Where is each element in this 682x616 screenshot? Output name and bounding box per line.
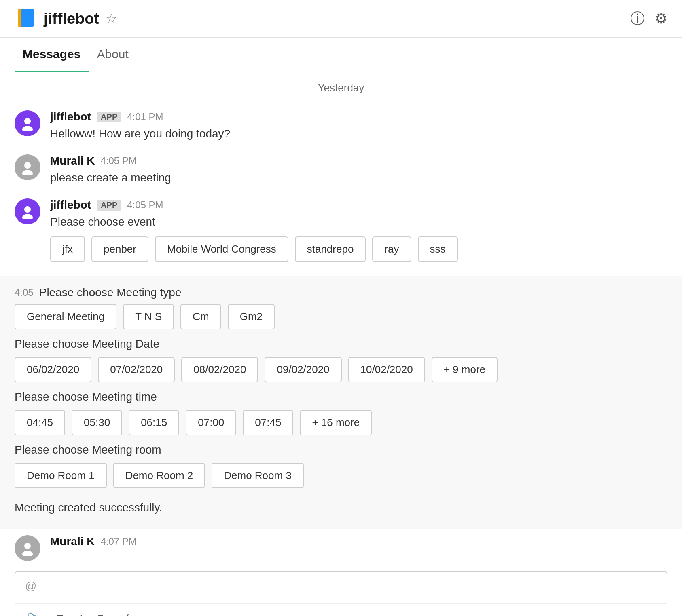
meeting-date-label: Please choose Meeting Date	[15, 338, 667, 350]
message-row: Murali K 4:05 PM please create a meeting	[0, 148, 682, 192]
event-btn-ray[interactable]: ray	[372, 236, 411, 262]
date-btn-2[interactable]: 07/02/2020	[98, 357, 175, 382]
avatar	[15, 110, 40, 136]
time-btn-1[interactable]: 04:45	[15, 410, 65, 435]
user-avatar-icon	[20, 160, 35, 175]
type-btn-gm2[interactable]: Gm2	[228, 304, 275, 329]
star-icon[interactable]: ☆	[106, 11, 117, 26]
editor-input[interactable]: @	[15, 572, 667, 604]
bot-avatar-icon	[20, 116, 35, 131]
message-content: jifflebot APP 4:05 PM Please choose even…	[50, 198, 667, 270]
svg-point-6	[22, 170, 33, 175]
message-editor: @ 📎 B I S </> ≡ ≡ ≡ ↩	[15, 571, 667, 616]
unordered-list-button[interactable]: ≡	[169, 611, 179, 616]
sender-name: jifflebot	[50, 198, 91, 211]
room-btn-3[interactable]: Demo Room 3	[212, 463, 304, 488]
meeting-type-header: 4:05 Please choose Meeting type	[15, 286, 667, 299]
svg-rect-1	[20, 9, 34, 27]
event-btn-jfx[interactable]: jfx	[50, 236, 85, 262]
svg-point-10	[22, 551, 33, 556]
date-btn-more[interactable]: + 9 more	[432, 357, 498, 382]
time-btn-3[interactable]: 06:15	[129, 410, 179, 435]
user-avatar-icon	[20, 540, 35, 556]
message-row: jifflebot APP 4:05 PM Please choose even…	[0, 192, 682, 276]
italic-button[interactable]: I	[77, 611, 84, 616]
info-button[interactable]: ⓘ	[630, 9, 645, 29]
indent-button[interactable]: ≡	[191, 611, 200, 616]
sender-name: jifflebot	[50, 110, 91, 123]
attach-button[interactable]: 📎	[25, 610, 43, 616]
tabs-bar: Messages About	[0, 38, 682, 72]
avatar	[15, 198, 40, 224]
meeting-type-block: 4:05 Please choose Meeting type General …	[0, 276, 682, 529]
event-btn-standrepo[interactable]: standrepo	[295, 236, 366, 262]
header-right: ⓘ ⚙	[630, 9, 667, 29]
message-text: Helloww! How are you doing today?	[50, 126, 667, 141]
messages-area: Yesterday jifflebot APP 4:01 PM Helloww!…	[0, 72, 682, 616]
ordered-list-button[interactable]: ≡	[148, 611, 158, 616]
message-header: jifflebot APP 4:05 PM	[50, 198, 667, 211]
editor-toolbar: 📎 B I S </> ≡ ≡ ≡ ↩	[15, 604, 667, 616]
message-time: 4:01 PM	[127, 111, 163, 122]
svg-point-4	[22, 126, 33, 131]
app-title: jifflebot	[44, 10, 99, 27]
message-content: jifflebot APP 4:01 PM Helloww! How are y…	[50, 110, 667, 141]
event-btn-penber[interactable]: penber	[91, 236, 148, 262]
event-btn-sss[interactable]: sss	[418, 236, 458, 262]
svg-rect-2	[18, 9, 21, 27]
svg-point-9	[24, 543, 31, 549]
date-btn-5[interactable]: 10/02/2020	[348, 357, 425, 382]
message-time: 4:05 PM	[127, 199, 163, 211]
bot-avatar-icon	[20, 204, 35, 219]
meeting-room-label: Please choose Meeting room	[15, 443, 667, 456]
meeting-time-choices: 04:45 05:30 06:15 07:00 07:45 + 16 more	[15, 410, 667, 435]
date-btn-1[interactable]: 06/02/2020	[15, 357, 91, 382]
sender-name: Murali K	[50, 154, 95, 167]
type-btn-cm[interactable]: Cm	[180, 304, 221, 329]
avatar	[15, 154, 40, 180]
message-header: Murali K 4:05 PM	[50, 154, 667, 167]
message-time: 4:05 PM	[100, 155, 136, 167]
app-badge: APP	[97, 200, 121, 211]
message-text: please create a meeting	[50, 170, 667, 186]
time-btn-5[interactable]: 07:45	[243, 410, 293, 435]
meeting-type-label: Please choose Meeting type	[39, 286, 182, 299]
message-content: Murali K 4:05 PM please create a meeting	[50, 154, 667, 186]
meeting-type-time: 4:05	[15, 287, 34, 298]
editor-placeholder: @	[25, 580, 36, 592]
app-badge: APP	[97, 112, 121, 122]
svg-point-5	[24, 162, 31, 169]
undo-button[interactable]: ↩	[212, 611, 224, 616]
app-header: jifflebot ☆ ⓘ ⚙	[0, 0, 682, 38]
avatar	[15, 535, 40, 561]
svg-point-7	[24, 206, 31, 213]
code-button[interactable]: </>	[117, 611, 137, 616]
app-icon	[15, 7, 37, 30]
time-btn-more[interactable]: + 16 more	[300, 410, 372, 435]
date-btn-4[interactable]: 09/02/2020	[265, 357, 341, 382]
type-btn-general[interactable]: General Meeting	[15, 304, 116, 329]
type-btn-tns[interactable]: T N S	[123, 304, 174, 329]
tab-about[interactable]: About	[89, 38, 136, 72]
event-btn-mwc[interactable]: Mobile World Congress	[155, 236, 288, 262]
time-btn-4[interactable]: 07:00	[186, 410, 236, 435]
sender-name: Murali K	[50, 535, 95, 548]
last-user-row: Murali K 4:07 PM	[0, 529, 682, 564]
svg-point-8	[22, 214, 33, 219]
settings-button[interactable]: ⚙	[654, 10, 667, 27]
tab-messages[interactable]: Messages	[15, 38, 89, 72]
room-btn-2[interactable]: Demo Room 2	[113, 463, 205, 488]
message-header: Murali K 4:07 PM	[50, 535, 667, 548]
date-btn-3[interactable]: 08/02/2020	[181, 357, 258, 382]
message-time: 4:07 PM	[100, 536, 136, 547]
room-btn-1[interactable]: Demo Room 1	[15, 463, 107, 488]
event-choices: jfx penber Mobile World Congress standre…	[50, 236, 667, 262]
time-btn-2[interactable]: 05:30	[72, 410, 122, 435]
meeting-room-choices: Demo Room 1 Demo Room 2 Demo Room 3	[15, 463, 667, 488]
message-header: jifflebot APP 4:01 PM	[50, 110, 667, 123]
bold-button[interactable]: B	[55, 611, 66, 616]
message-row: jifflebot APP 4:01 PM Helloww! How are y…	[0, 104, 682, 148]
meeting-date-choices: 06/02/2020 07/02/2020 08/02/2020 09/02/2…	[15, 357, 667, 382]
meeting-type-choices: General Meeting T N S Cm Gm2	[15, 304, 667, 329]
strikethrough-button[interactable]: S	[95, 611, 106, 616]
